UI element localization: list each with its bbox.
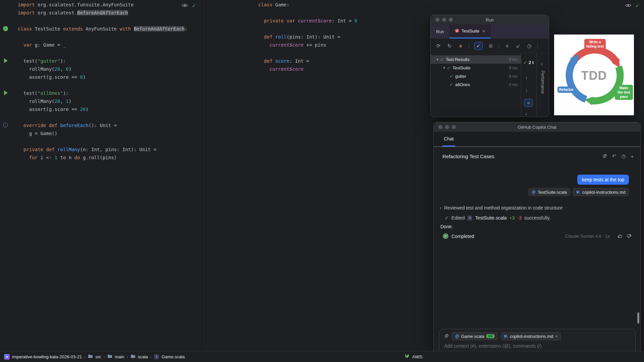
edited-label: Edited: [451, 215, 465, 221]
thumbs-up-icon[interactable]: [618, 234, 623, 239]
breadcrumb-src[interactable]: src: [95, 354, 101, 359]
tree-duration: 9 ms: [509, 74, 518, 79]
copilot-chat-window[interactable]: GitHub Copilot Chat Chat Refactoring Tes…: [433, 122, 641, 362]
undo-icon[interactable]: ↶: [612, 153, 616, 159]
check-icon: ✓: [445, 215, 449, 221]
chat-body: Refactoring Test Cases ↶ ◷ + keep tests …: [434, 153, 640, 362]
overriding-method-icon[interactable]: ↑: [3, 122, 8, 128]
edited-file-name[interactable]: TestSuite.scala: [475, 215, 506, 221]
tab-chat[interactable]: Chat: [442, 132, 455, 146]
context-chip-game[interactable]: @ Game.scala ON: [452, 332, 498, 340]
run-tab-bar: Run TestSuite ×: [431, 24, 549, 39]
chip-label: Game.scala: [461, 334, 484, 339]
scrollbar-thumb[interactable]: [637, 312, 639, 323]
chat-input[interactable]: [444, 343, 619, 349]
tree-row-testsuite[interactable]: ▾ ✓ TestSuite 9 ms: [431, 64, 521, 72]
performance-side-tab[interactable]: ‹ Performance: [536, 53, 549, 117]
rerun-failed-icon[interactable]: ↻: [446, 43, 452, 48]
editor-testsuite-pane[interactable]: import org.scalatest.funsuite.AnyFunSuit…: [0, 0, 202, 351]
previous-occurrence-icon[interactable]: ↑: [525, 75, 528, 81]
test-history-icon[interactable]: ◷: [526, 43, 532, 48]
tree-duration: 9 ms: [509, 66, 518, 70]
stop-icon[interactable]: ■: [458, 43, 464, 48]
performance-tab-label[interactable]: Performance: [540, 71, 545, 94]
aws-plugin-icon[interactable]: [404, 354, 410, 360]
chevron-down-icon[interactable]: ▾: [435, 57, 440, 62]
run-test-gutter-icon[interactable]: [3, 58, 8, 63]
show-passed-icon[interactable]: ✓: [474, 42, 483, 50]
history-icon[interactable]: ◷: [621, 153, 626, 159]
close-icon[interactable]: ×: [482, 28, 485, 34]
no-problems-icon[interactable]: ✓: [192, 3, 196, 8]
tree-label: Test Results: [446, 57, 470, 62]
breadcrumb-project[interactable]: imperative-bowling-kata-2026-03-21: [12, 354, 82, 359]
chevron-right-icon[interactable]: ›: [525, 111, 527, 116]
scala-class-icon: @: [532, 190, 536, 194]
aws-status-label[interactable]: AWS:: [412, 354, 423, 359]
collapse-all-icon[interactable]: ≡: [504, 43, 510, 48]
tab-testsuite[interactable]: TestSuite ×: [449, 24, 491, 39]
inspection-widget-left[interactable]: ✓: [182, 3, 196, 9]
test-passed-icon: ✓: [440, 57, 444, 62]
chevron-right-icon: ›: [126, 354, 128, 359]
import-test-results-icon[interactable]: ↙: [515, 43, 521, 48]
copilot-window-titlebar[interactable]: GitHub Copilot Chat: [434, 122, 640, 132]
chevron-right-icon[interactable]: ›: [440, 205, 441, 210]
run-body: ▾ ✓ Test Results 9 ms ▾ ✓ TestSuite 9 ms…: [431, 53, 549, 117]
passed-count: 2 t: [529, 60, 534, 65]
reviewed-step[interactable]: › Reviewed test and method organization …: [440, 205, 634, 210]
testsuite-code[interactable]: import org.scalatest.funsuite.AnyFunSuit…: [0, 1, 187, 162]
play-icon: [4, 90, 8, 95]
toolbar-separator: [537, 43, 538, 49]
breadcrumb-file[interactable]: Game.scala: [161, 354, 184, 359]
close-icon[interactable]: ×: [555, 334, 558, 339]
inline-statistics-icon[interactable]: ≡: [524, 99, 533, 107]
no-problems-icon[interactable]: ✓: [635, 3, 639, 8]
test-passed-icon: ✓: [449, 82, 453, 87]
eye-icon[interactable]: [182, 3, 188, 9]
thumbs-down-icon[interactable]: [627, 234, 632, 239]
tree-row-test-results[interactable]: ▾ ✓ Test Results 9 ms: [431, 55, 521, 64]
chat-tab-bar: Chat: [434, 132, 640, 147]
tab-run[interactable]: Run: [431, 24, 449, 39]
paperclip-icon[interactable]: [443, 334, 449, 339]
game-code[interactable]: class Game: private var currentScore: In…: [203, 1, 357, 81]
diff-removed: -3: [518, 215, 522, 221]
chip-label: copilot-instructions.md: [582, 190, 626, 195]
next-occurrence-icon[interactable]: ↓: [525, 87, 528, 93]
chevron-down-icon[interactable]: ▾: [441, 66, 447, 70]
tab-bar-filler: [491, 24, 549, 39]
folder-icon: [130, 354, 136, 359]
project-icon[interactable]: ib: [4, 354, 10, 360]
run-tool-window[interactable]: Run Run TestSuite × ⟳ ↻ ■ ✓ ⊘ ≡ ↙: [430, 15, 549, 117]
chevron-right-icon: ›: [104, 354, 105, 359]
ide-window: import org.scalatest.funsuite.AnyFunSuit…: [0, 0, 644, 362]
new-chat-icon[interactable]: +: [631, 154, 634, 159]
context-chip-instructions[interactable]: M↓ copilot-instructions.md: [573, 188, 629, 196]
attach-icon[interactable]: [602, 154, 607, 159]
diff-added: +3: [509, 215, 515, 221]
run-window-titlebar[interactable]: Run: [431, 15, 549, 24]
assistant-done-message: Done.: [440, 224, 634, 229]
rerun-icon[interactable]: ⟳: [435, 43, 441, 48]
inspection-widget-right[interactable]: ✓: [625, 3, 639, 9]
window-title: Run: [431, 17, 549, 22]
tree-row-allones[interactable]: ✓ allOnes 0 ms: [431, 80, 521, 89]
folder-icon: [88, 354, 93, 359]
scala-file-icon: S: [467, 216, 472, 221]
eye-icon[interactable]: [625, 3, 631, 9]
tree-row-gutter[interactable]: ✓ gutter 9 ms: [431, 72, 521, 80]
context-chip-instructions-input[interactable]: M↓ copilot-instructions.md ×: [501, 332, 561, 340]
folder-icon: [107, 354, 112, 359]
breadcrumb-scala[interactable]: scala: [138, 354, 148, 359]
model-info: Claude Sonnet 4.6 · 1x: [565, 234, 610, 239]
show-ignored-icon[interactable]: ⊘: [488, 43, 494, 48]
play-icon: [4, 58, 8, 63]
chevron-left-icon[interactable]: ‹: [541, 61, 542, 66]
run-test-allones-icon[interactable]: [3, 90, 8, 96]
context-chip-testsuite[interactable]: @ TestSuite.scala: [528, 188, 570, 196]
breadcrumb-main[interactable]: main: [115, 354, 124, 359]
chevron-right-icon: ›: [150, 354, 152, 359]
run-class-passed-gutter-icon[interactable]: ✓: [3, 26, 8, 31]
tdd-step-write-failing-test: Write a failing test: [584, 39, 606, 50]
